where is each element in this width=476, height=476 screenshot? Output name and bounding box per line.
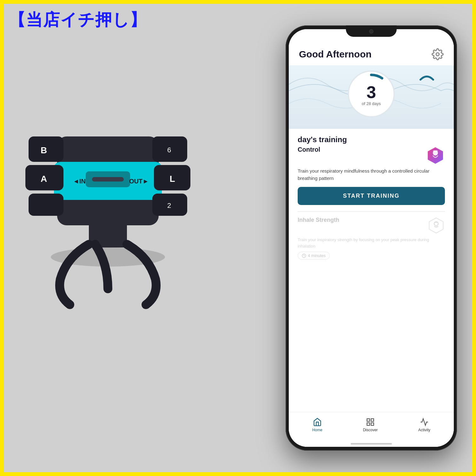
svg-rect-27	[367, 419, 369, 421]
greeting-text: Good Afternoon	[299, 49, 372, 60]
nav-home[interactable]: Home	[312, 418, 322, 432]
secondary-training-card: Inhale Strength Train your ins	[298, 217, 445, 260]
svg-point-25	[434, 222, 438, 226]
svg-rect-17	[92, 177, 124, 182]
home-indicator	[289, 440, 454, 447]
nav-discover[interactable]: Discover	[363, 418, 378, 432]
device-illustration: B A 6 L 2 ◄IN OUT►	[19, 73, 197, 321]
camera	[369, 29, 374, 34]
svg-text:A: A	[41, 174, 47, 184]
time-label: 4 minutes	[308, 253, 326, 258]
svg-rect-7	[29, 194, 63, 216]
start-training-button[interactable]: START TRAINING	[298, 187, 445, 205]
svg-rect-28	[371, 419, 374, 421]
divider	[298, 211, 445, 212]
svg-point-19	[436, 53, 439, 56]
progress-area: 3 of 28 days	[289, 65, 454, 129]
phone-container: Good Afternoon	[286, 25, 457, 451]
phone-screen: Good Afternoon	[289, 29, 454, 447]
home-icon	[313, 418, 322, 426]
time-badge: 4 minutes	[298, 252, 330, 260]
home-bar	[351, 443, 392, 445]
teal-arc	[419, 72, 435, 83]
svg-text:◄IN: ◄IN	[73, 178, 86, 185]
svg-rect-30	[371, 423, 374, 425]
nav-home-label: Home	[312, 428, 322, 432]
progress-number: 3	[362, 83, 381, 101]
svg-text:2: 2	[167, 202, 171, 209]
progress-circle: 3 of 28 days	[346, 69, 397, 121]
nav-activity[interactable]: Activity	[418, 418, 430, 432]
nav-discover-label: Discover	[363, 428, 378, 432]
secondary-description: Train your inspiratory strength by focus…	[298, 237, 445, 249]
japanese-label: 【当店イチ押し】	[9, 9, 147, 31]
app-content: Good Afternoon	[289, 29, 454, 447]
training-name: Control	[298, 146, 320, 153]
primary-training-card: Control	[298, 146, 445, 205]
mindfulness-hex-icon	[426, 146, 445, 165]
secondary-training-name: Inhale Strength	[298, 217, 339, 223]
svg-text:L: L	[169, 174, 175, 184]
bottom-nav: Home Discover	[289, 412, 454, 440]
svg-text:6: 6	[167, 146, 171, 154]
settings-icon[interactable]	[432, 48, 444, 60]
training-description: Train your respiratory mindfulness throu…	[298, 168, 445, 182]
svg-text:B: B	[41, 145, 47, 155]
phone-notch	[346, 25, 397, 37]
nav-activity-label: Activity	[418, 428, 430, 432]
training-section: day's training Control	[289, 129, 454, 412]
phone-outer: Good Afternoon	[286, 25, 457, 451]
svg-text:OUT►: OUT►	[129, 178, 149, 185]
inhale-hex-icon	[427, 217, 445, 234]
discover-icon	[366, 418, 375, 426]
svg-rect-29	[367, 423, 369, 425]
progress-sub: of 28 days	[362, 101, 381, 106]
section-title: day's training	[298, 135, 445, 144]
activity-icon	[420, 418, 429, 426]
